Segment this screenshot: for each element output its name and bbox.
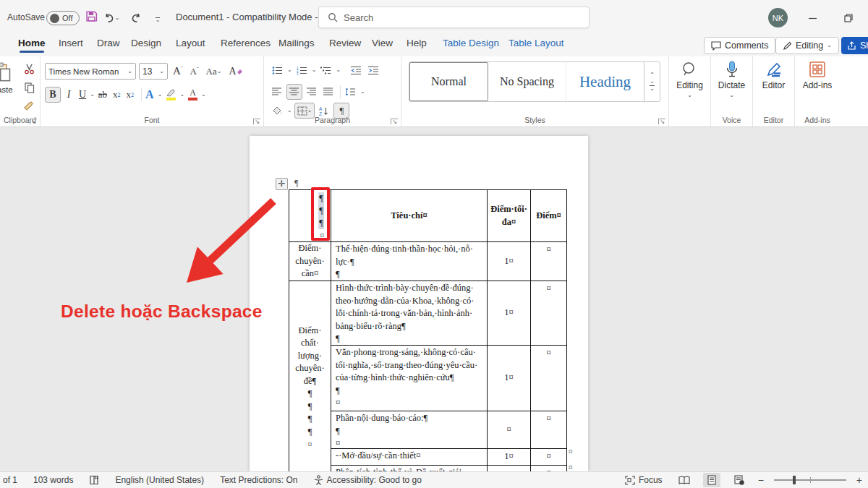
restore-button[interactable]	[838, 9, 859, 27]
table-cell-max[interactable]: 1¤	[488, 281, 531, 346]
table-cell-score[interactable]: ¤	[531, 411, 567, 449]
search-box[interactable]: Search	[318, 7, 590, 28]
editing-mode-button[interactable]: Editing⌄	[775, 37, 839, 54]
document-page[interactable]: ✛ ¶ ¶ ¶ ¶ ¤ Tiêu·​chí¤ Điểm·​tối·​đa¤ Đi…	[250, 136, 588, 471]
tab-references[interactable]: References	[221, 38, 271, 48]
style-normal[interactable]: Normal	[409, 62, 488, 101]
font-name-select[interactable]: Times New Roman⌄	[45, 63, 136, 80]
table-row-label[interactable]: Điểm·​chuyên·​cần¤	[289, 242, 331, 281]
font-color-button[interactable]: A	[186, 87, 200, 103]
styles-dialog-launcher[interactable]: ↘	[658, 119, 665, 124]
redo-button[interactable]	[127, 9, 145, 27]
focus-button[interactable]: Focus	[625, 475, 663, 485]
tab-review[interactable]: Review	[329, 38, 361, 48]
print-layout-button[interactable]	[703, 473, 720, 487]
align-left-button[interactable]	[270, 84, 284, 100]
highlight-button[interactable]	[163, 87, 178, 103]
minimize-button[interactable]	[801, 9, 823, 27]
table-move-handle[interactable]: ✛	[276, 178, 288, 190]
increase-indent-button[interactable]	[366, 62, 381, 78]
zoom-slider[interactable]	[774, 479, 846, 481]
word-count[interactable]: 103 words	[33, 475, 73, 485]
save-button[interactable]	[85, 10, 98, 22]
addins-button[interactable]: Add-ins	[795, 61, 840, 90]
quick-access-overflow-button[interactable]: ⌄	[149, 11, 166, 28]
format-painter-button[interactable]	[22, 98, 37, 114]
paste-button[interactable]: Paste	[0, 62, 14, 95]
paragraph-dialog-launcher[interactable]: ↘	[391, 119, 398, 124]
document-table[interactable]: ¶ ¶ ¶ ¤ Tiêu·​chí¤ Điểm·​tối·​đa¤ Điểm¤ …	[289, 189, 567, 488]
line-spacing-button[interactable]	[343, 84, 358, 100]
autosave-toggle[interactable]: Off	[46, 11, 80, 25]
bullets-button[interactable]	[270, 62, 285, 78]
change-case-button[interactable]: Aa⌄	[204, 64, 224, 80]
table-cell-max[interactable]: 1¤	[488, 449, 531, 466]
table-cell-criteria[interactable]: Hình·​thức·​trình·​bày·​chuyên·​đề·​đúng…	[331, 281, 488, 346]
tab-mailings[interactable]: Mailings	[278, 38, 315, 48]
zoom-slider-thumb[interactable]	[793, 476, 796, 484]
table-cell-criteria[interactable]: Phần·​nội·​dung·​báo·​cáo:¶¶¤	[331, 411, 488, 449]
zoom-out-button[interactable]: −	[758, 474, 764, 486]
undo-chevron-icon[interactable]: ⌄	[115, 15, 120, 21]
text-effects-button[interactable]: A	[143, 87, 156, 103]
tab-layout[interactable]: Layout	[176, 38, 205, 48]
proofing-status[interactable]	[89, 475, 99, 485]
zoom-in-button[interactable]: +	[856, 474, 862, 486]
comments-button[interactable]: Comments	[704, 37, 775, 54]
subscript-button[interactable]: x2	[111, 87, 123, 103]
table-row-label-merged[interactable]: Điểm·​chất·​lượng·​chuyên·​đề¶¶¶¶¶¤	[289, 281, 331, 488]
italic-button[interactable]: I	[62, 87, 75, 103]
align-right-button[interactable]	[305, 84, 319, 100]
editor-button[interactable]: Editor	[753, 61, 794, 90]
tab-table-layout[interactable]: Table Layout	[509, 38, 564, 48]
table-cell-criteria[interactable]: Thể·​hiện·​đúng·​tinh·​thần·​học·​hỏi,·​…	[331, 242, 488, 281]
style-no-spacing[interactable]: No Spacing	[488, 62, 566, 101]
table-cell-score[interactable]: ¤	[531, 346, 567, 411]
share-button[interactable]: Share	[841, 37, 868, 54]
clear-formatting-button[interactable]: A	[226, 64, 244, 80]
text-predictions[interactable]: Text Predictions: On	[220, 475, 297, 485]
clipboard-dialog-launcher[interactable]: ↘	[30, 119, 37, 124]
justify-button[interactable]	[321, 84, 336, 100]
underline-chevron-icon[interactable]: ⌄	[90, 92, 95, 98]
grow-font-button[interactable]: Aˆ	[171, 64, 185, 80]
editing-button[interactable]: Editing⌄	[669, 61, 710, 98]
table-cell-score[interactable]: ¤	[531, 449, 567, 466]
language-indicator[interactable]: English (United States)	[115, 475, 204, 485]
table-cell-score[interactable]: ¤	[531, 242, 567, 281]
dictate-button[interactable]: Dictate⌄	[711, 61, 752, 98]
table-cell-criteria[interactable]: -·​Mở·​đầu/sự·​cần·​thiết¤	[331, 449, 488, 466]
font-dialog-launcher[interactable]: ↘	[253, 119, 260, 124]
tab-draw[interactable]: Draw	[97, 38, 120, 48]
table-cell-score[interactable]: ¤	[531, 281, 567, 346]
tab-help[interactable]: Help	[407, 38, 427, 48]
tab-design[interactable]: Design	[131, 38, 161, 48]
numbering-button[interactable]: 123	[294, 62, 310, 78]
table-cell-max[interactable]: 1¤	[488, 346, 531, 411]
accessibility-status[interactable]: Accessibility: Good to go	[314, 475, 422, 485]
web-layout-button[interactable]	[731, 473, 748, 487]
strikethrough-button[interactable]: ab	[96, 87, 109, 103]
table-cell-max[interactable]: ¤	[488, 411, 531, 449]
tab-view[interactable]: View	[372, 38, 393, 48]
page-indicator[interactable]: of 1	[3, 475, 17, 485]
decrease-indent-button[interactable]	[349, 62, 364, 78]
table-cell-max[interactable]: 1¤	[488, 242, 531, 281]
styles-gallery-more-button[interactable]: ⌃⌄⌄	[644, 62, 660, 101]
copy-button[interactable]	[22, 80, 37, 95]
multilevel-list-button[interactable]	[318, 62, 333, 78]
read-mode-button[interactable]	[676, 473, 693, 487]
superscript-button[interactable]: x2	[124, 87, 137, 103]
bold-button[interactable]: B	[45, 87, 61, 103]
style-heading[interactable]: Heading	[566, 62, 644, 101]
underline-button[interactable]: U	[77, 87, 88, 103]
table-header-criteria[interactable]: Tiêu·​chí¤	[331, 190, 488, 242]
tab-home[interactable]: Home	[18, 38, 46, 48]
table-cell-criteria[interactable]: Văn·​phong·​trong·​sáng,·​không·​có·​câu…	[331, 346, 488, 411]
align-center-button[interactable]	[286, 84, 302, 100]
shrink-font-button[interactable]: Aˇ	[188, 64, 201, 80]
tab-insert[interactable]: Insert	[59, 38, 83, 48]
avatar[interactable]: NK	[768, 8, 788, 27]
tab-table-design[interactable]: Table Design	[443, 38, 499, 48]
undo-button[interactable]: ⌄	[103, 9, 120, 27]
